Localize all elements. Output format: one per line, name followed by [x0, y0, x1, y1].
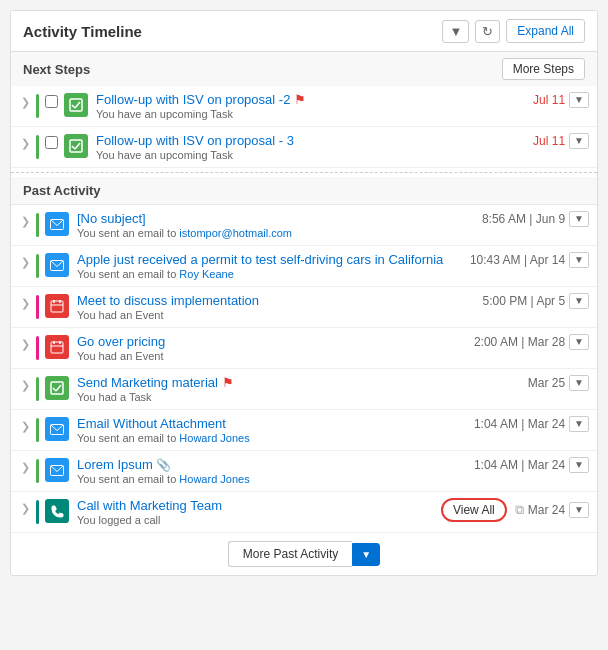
expand-arrow-2[interactable]: ❯ — [17, 135, 34, 152]
item-content-pa6: Email Without Attachment You sent an ema… — [77, 416, 474, 444]
left-border-2 — [36, 135, 39, 159]
item-date-pa4: 2:00 AM | Mar 28 — [474, 335, 565, 349]
item-subtitle-pa4: You had an Event — [77, 350, 474, 362]
item-content-pa4: Go over pricing You had an Event — [77, 334, 474, 362]
item-subtitle-pa8: You logged a call — [77, 514, 441, 526]
task-icon-1 — [64, 93, 88, 117]
item-title-pa4[interactable]: Go over pricing — [77, 334, 165, 349]
subtitle-link-pa7[interactable]: Howard Jones — [179, 473, 249, 485]
past-item-1: ❯ [No subject] You sent an email to isto… — [11, 205, 597, 246]
expand-arrow-pa7[interactable]: ❯ — [17, 459, 34, 476]
item-dropdown-pa8[interactable]: ▼ — [569, 502, 589, 518]
flag-icon-pa5: ⚑ — [222, 375, 234, 390]
item-date-pa6: 1:04 AM | Mar 24 — [474, 417, 565, 431]
item-right-pa4: 2:00 AM | Mar 28 ▼ — [474, 334, 589, 350]
item-title-pa3[interactable]: Meet to discuss implementation — [77, 293, 259, 308]
expand-arrow-pa3[interactable]: ❯ — [17, 295, 34, 312]
task-checkbox-1[interactable] — [45, 95, 58, 108]
task-checkbox-2[interactable] — [45, 136, 58, 149]
item-right-pa6: 1:04 AM | Mar 24 ▼ — [474, 416, 589, 432]
filter-button[interactable]: ▼ — [442, 20, 469, 43]
view-all-button[interactable]: View All — [441, 498, 507, 522]
item-date-pa3: 5:00 PM | Apr 5 — [483, 294, 566, 308]
activity-timeline-panel: Activity Timeline ▼ ↻ Expand All Next St… — [10, 10, 598, 576]
svg-line-2 — [75, 102, 80, 108]
item-title-2[interactable]: Follow-up with ISV on proposal - 3 — [96, 133, 294, 148]
subtitle-link-pa1[interactable]: istompor@hotmail.com — [179, 227, 292, 239]
item-right-pa8: View All ⧉ Mar 24 ▼ — [441, 498, 589, 522]
panel-header: Activity Timeline ▼ ↻ Expand All — [11, 11, 597, 52]
item-date-pa8: Mar 24 — [528, 503, 565, 517]
next-steps-section-header: Next Steps More Steps — [11, 52, 597, 86]
task-icon-2 — [64, 134, 88, 158]
item-dropdown-pa2[interactable]: ▼ — [569, 252, 589, 268]
past-item-3: ❯ Meet to discuss implementation You had… — [11, 287, 597, 328]
call-icon-pa8 — [45, 499, 69, 523]
refresh-button[interactable]: ↻ — [475, 20, 500, 43]
item-dropdown-pa3[interactable]: ▼ — [569, 293, 589, 309]
email-icon-pa6 — [45, 417, 69, 441]
item-content-pa3: Meet to discuss implementation You had a… — [77, 293, 483, 321]
past-item-7: ❯ Lorem Ipsum 📎 You sent an email to How… — [11, 451, 597, 492]
more-past-dropdown-button[interactable]: ▼ — [352, 543, 380, 566]
svg-rect-3 — [70, 140, 82, 152]
item-title-pa8[interactable]: Call with Marketing Team — [77, 498, 222, 513]
expand-arrow-pa6[interactable]: ❯ — [17, 418, 34, 435]
item-content-pa8: Call with Marketing Team You logged a ca… — [77, 498, 441, 526]
item-title-1[interactable]: Follow-up with ISV on proposal -2 — [96, 92, 290, 107]
item-right-pa3: 5:00 PM | Apr 5 ▼ — [483, 293, 589, 309]
item-date-pa2: 10:43 AM | Apr 14 — [470, 253, 565, 267]
item-dropdown-pa4[interactable]: ▼ — [569, 334, 589, 350]
left-border-pa5 — [36, 377, 39, 401]
item-title-pa5[interactable]: Send Marketing material — [77, 375, 218, 390]
svg-rect-8 — [51, 301, 63, 312]
more-past-activity-button[interactable]: More Past Activity — [228, 541, 352, 567]
more-steps-button[interactable]: More Steps — [502, 58, 585, 80]
next-steps-title: Next Steps — [23, 62, 90, 77]
item-date-pa1: 8:56 AM | Jun 9 — [482, 212, 565, 226]
item-subtitle-pa3: You had an Event — [77, 309, 483, 321]
item-title-pa6[interactable]: Email Without Attachment — [77, 416, 226, 431]
item-title-pa1[interactable]: [No subject] — [77, 211, 146, 226]
item-content-pa1: [No subject] You sent an email to istomp… — [77, 211, 482, 239]
item-title-pa7[interactable]: Lorem Ipsum — [77, 457, 153, 472]
item-right-pa2: 10:43 AM | Apr 14 ▼ — [470, 252, 589, 268]
past-item-4: ❯ Go over pricing You had an Event 2:00 … — [11, 328, 597, 369]
expand-arrow-pa2[interactable]: ❯ — [17, 254, 34, 271]
item-subtitle-pa2: You sent an email to Roy Keane — [77, 268, 470, 280]
event-icon-pa3 — [45, 294, 69, 318]
item-content-pa2: Apple just received a permit to test sel… — [77, 252, 470, 280]
left-border-pa2 — [36, 254, 39, 278]
item-content-2: Follow-up with ISV on proposal - 3 You h… — [96, 133, 533, 161]
subtitle-link-pa2[interactable]: Roy Keane — [179, 268, 233, 280]
item-right-1: Jul 11 ▼ — [533, 92, 589, 108]
expand-arrow-pa5[interactable]: ❯ — [17, 377, 34, 394]
item-right-pa5: Mar 25 ▼ — [528, 375, 589, 391]
item-dropdown-pa6[interactable]: ▼ — [569, 416, 589, 432]
item-content-pa7: Lorem Ipsum 📎 You sent an email to Howar… — [77, 457, 474, 485]
item-title-pa2[interactable]: Apple just received a permit to test sel… — [77, 252, 443, 267]
item-content-pa5: Send Marketing material ⚑ You had a Task — [77, 375, 528, 403]
item-dropdown-1[interactable]: ▼ — [569, 92, 589, 108]
email-icon-pa2 — [45, 253, 69, 277]
expand-arrow-pa8[interactable]: ❯ — [17, 500, 34, 517]
left-border-pa7 — [36, 459, 39, 483]
expand-arrow[interactable]: ❯ — [17, 94, 34, 111]
expand-arrow-pa4[interactable]: ❯ — [17, 336, 34, 353]
refresh-icon: ↻ — [482, 24, 493, 39]
external-link-icon[interactable]: ⧉ — [515, 502, 524, 518]
expand-arrow-pa1[interactable]: ❯ — [17, 213, 34, 230]
expand-all-button[interactable]: Expand All — [506, 19, 585, 43]
past-item-5: ❯ Send Marketing material ⚑ You had a Ta… — [11, 369, 597, 410]
email-icon-pa7 — [45, 458, 69, 482]
panel-title: Activity Timeline — [23, 23, 142, 40]
subtitle-link-pa6[interactable]: Howard Jones — [179, 432, 249, 444]
item-subtitle-1: You have an upcoming Task — [96, 108, 533, 120]
item-dropdown-pa5[interactable]: ▼ — [569, 375, 589, 391]
item-dropdown-2[interactable]: ▼ — [569, 133, 589, 149]
past-item-2: ❯ Apple just received a permit to test s… — [11, 246, 597, 287]
item-dropdown-pa7[interactable]: ▼ — [569, 457, 589, 473]
item-dropdown-pa1[interactable]: ▼ — [569, 211, 589, 227]
left-border-pa1 — [36, 213, 39, 237]
email-icon-pa1 — [45, 212, 69, 236]
